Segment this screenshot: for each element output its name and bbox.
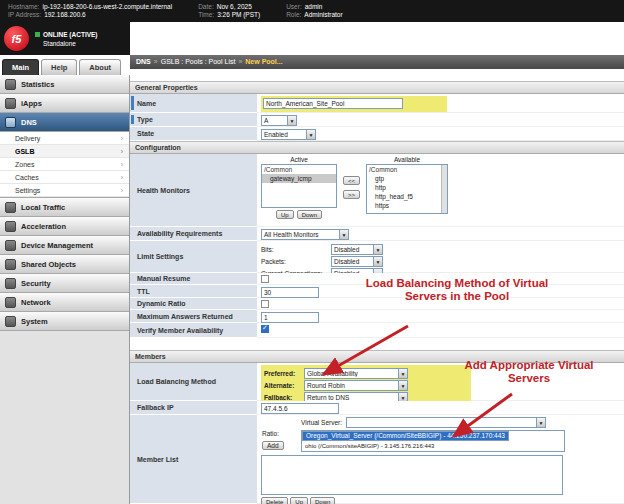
date-value: Nov 6, 2025 bbox=[217, 3, 252, 10]
ttl-label: TTL bbox=[130, 285, 257, 298]
user-label: User: bbox=[286, 3, 302, 10]
sidebar-item-acceleration[interactable]: Acceleration bbox=[0, 217, 129, 236]
bits-label: Bits: bbox=[261, 246, 331, 253]
monitor-down-button[interactable]: Down bbox=[297, 210, 322, 219]
standalone-text: Standalone bbox=[43, 40, 98, 47]
ip-label: IP Address: bbox=[8, 11, 41, 18]
dropdown-arrow-icon: ▼ bbox=[287, 116, 296, 125]
max-answers-input[interactable]: 1 bbox=[261, 312, 319, 323]
state-select[interactable]: Enabled▼ bbox=[261, 129, 316, 140]
member-list-textarea[interactable] bbox=[261, 455, 563, 495]
sidebar-item-local-traffic[interactable]: Local Traffic bbox=[0, 198, 129, 217]
name-input[interactable]: North_American_Site_Pool bbox=[263, 98, 403, 109]
limit-settings-row: Limit Settings Bits:Disabled▼ Packets:Di… bbox=[130, 241, 624, 273]
ttl-input[interactable]: 30 bbox=[261, 287, 319, 298]
iapps-icon bbox=[5, 98, 16, 109]
virtual-server-list[interactable]: Oregon_Virtual_Server (/Common/SiteBBIGI… bbox=[301, 430, 565, 452]
available-monitors-listbox[interactable]: /Common gtp http http_head_f5 https bbox=[366, 164, 448, 214]
user-info: User:admin Role:Administrator bbox=[286, 3, 342, 19]
dynamic-ratio-checkbox[interactable] bbox=[261, 300, 269, 308]
dropdown-arrow-icon: ▼ bbox=[398, 369, 407, 378]
sidebar-item-device-management[interactable]: Device Management bbox=[0, 236, 129, 255]
chevron-right-icon: › bbox=[121, 158, 123, 171]
scrollbar[interactable] bbox=[441, 165, 447, 213]
device-status: ONLINE (ACTIVE) Standalone bbox=[35, 31, 98, 47]
verify-member-checkbox[interactable]: ✓ bbox=[261, 325, 269, 333]
name-row: Name North_American_Site_Pool bbox=[130, 94, 624, 113]
availability-requirements-select[interactable]: All Health Monitors▼ bbox=[261, 229, 349, 240]
breadcrumb-root[interactable]: DNS bbox=[136, 58, 151, 65]
list-item[interactable]: Oregon_Virtual_Server (/Common/SiteBBIGI… bbox=[302, 431, 509, 441]
tab-help[interactable]: Help bbox=[41, 59, 77, 75]
sidebar-item-dns[interactable]: DNS bbox=[0, 113, 129, 132]
verify-member-row: Verify Member Availability ✓ bbox=[130, 323, 624, 338]
ip-value: 192.168.200.6 bbox=[44, 11, 86, 18]
move-right-button[interactable]: >> bbox=[343, 190, 360, 199]
delete-button[interactable]: Delete bbox=[261, 497, 288, 504]
statistics-icon bbox=[5, 79, 16, 90]
sidebar-item-shared-objects[interactable]: Shared Objects bbox=[0, 255, 129, 274]
state-row: State Enabled▼ bbox=[130, 127, 624, 141]
breadcrumb-separator: » bbox=[154, 58, 158, 65]
sidebar: Statistics iApps DNS Delivery› GSLB› Zon… bbox=[0, 75, 130, 504]
sidebar-item-system[interactable]: System bbox=[0, 312, 129, 331]
network-icon bbox=[5, 297, 16, 308]
list-item[interactable]: ohio (/Common/siteABIGIP) - 3.145.176.21… bbox=[302, 441, 564, 451]
sidebar-item-iapps[interactable]: iApps bbox=[0, 94, 129, 113]
fallback-ip-input[interactable]: 47.4.5.6 bbox=[261, 403, 339, 414]
manual-resume-checkbox[interactable] bbox=[261, 275, 269, 283]
active-monitors-listbox[interactable]: /Common gateway_icmp bbox=[261, 164, 337, 208]
packets-label: Packets: bbox=[261, 258, 331, 265]
preferred-label: Preferred: bbox=[264, 370, 304, 377]
sidebar-item-statistics[interactable]: Statistics bbox=[0, 75, 129, 94]
chevron-right-icon: › bbox=[121, 145, 123, 158]
type-select[interactable]: A▼ bbox=[261, 115, 297, 126]
move-left-button[interactable]: << bbox=[343, 176, 360, 185]
banner: f5 ONLINE (ACTIVE) Standalone bbox=[0, 22, 130, 55]
member-list-row: Member List Virtual Server: ▼ Ratio: Add… bbox=[130, 415, 624, 504]
time-label: Time: bbox=[198, 11, 214, 18]
fallback-label: Fallback: bbox=[264, 394, 304, 401]
verify-member-label: Verify Member Availability bbox=[130, 323, 257, 338]
list-item[interactable]: http bbox=[367, 183, 447, 192]
bits-select[interactable]: Disabled▼ bbox=[331, 244, 383, 255]
tab-main[interactable]: Main bbox=[2, 59, 39, 75]
breadcrumb-path[interactable]: GSLB : Pools : Pool List bbox=[161, 58, 236, 65]
sidebar-item-security[interactable]: Security bbox=[0, 274, 129, 293]
state-label: State bbox=[130, 127, 257, 141]
shared-objects-icon bbox=[5, 259, 16, 270]
monitor-up-button[interactable]: Up bbox=[276, 210, 294, 219]
tab-about[interactable]: About bbox=[79, 59, 121, 75]
member-up-button[interactable]: Up bbox=[290, 497, 308, 504]
virtual-server-select[interactable]: ▼ bbox=[346, 417, 546, 428]
role-value: Administrator bbox=[304, 11, 342, 18]
breadcrumb: DNS»GSLB : Pools : Pool List»New Pool... bbox=[130, 55, 624, 69]
load-balancing-highlight: Preferred:Global Availability▼ Alternate… bbox=[261, 365, 471, 406]
list-item[interactable]: https bbox=[367, 201, 447, 210]
dns-icon bbox=[5, 117, 16, 128]
role-label: Role: bbox=[286, 11, 301, 18]
sidebar-item-settings[interactable]: Settings› bbox=[0, 184, 129, 197]
sidebar-item-delivery[interactable]: Delivery› bbox=[0, 132, 129, 145]
acceleration-icon bbox=[5, 221, 16, 232]
packets-select[interactable]: Disabled▼ bbox=[331, 256, 383, 267]
sidebar-item-caches[interactable]: Caches› bbox=[0, 171, 129, 184]
dropdown-arrow-icon: ▼ bbox=[373, 245, 382, 254]
list-item[interactable]: gtp bbox=[367, 174, 447, 183]
sidebar-item-zones[interactable]: Zones› bbox=[0, 158, 129, 171]
preferred-select[interactable]: Global Availability▼ bbox=[304, 368, 408, 379]
list-item[interactable]: http_head_f5 bbox=[367, 192, 447, 201]
online-status-icon bbox=[35, 32, 40, 37]
list-item[interactable]: gateway_icmp bbox=[262, 174, 336, 183]
sidebar-item-network[interactable]: Network bbox=[0, 293, 129, 312]
sidebar-item-gslb[interactable]: GSLB› bbox=[0, 145, 129, 158]
member-down-button[interactable]: Down bbox=[310, 497, 335, 504]
partition-group-label: /Common bbox=[367, 165, 447, 174]
system-info-bar: Hostname:ip-192-168-200-6.us-west-2.comp… bbox=[0, 0, 624, 22]
section-configuration: Configuration bbox=[130, 141, 624, 154]
limit-settings-label: Limit Settings bbox=[130, 241, 257, 273]
type-label: Type bbox=[130, 113, 257, 127]
add-button[interactable]: Add bbox=[262, 441, 284, 450]
alternate-select[interactable]: Round Robin▼ bbox=[304, 380, 408, 391]
dropdown-arrow-icon: ▼ bbox=[306, 130, 315, 139]
